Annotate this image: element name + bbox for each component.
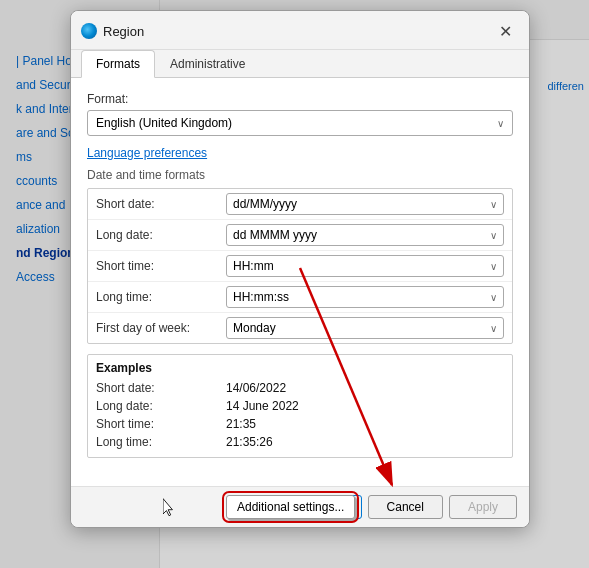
example-short-time: Short time: 21:35 bbox=[96, 415, 504, 433]
long-time-label: Long time: bbox=[96, 290, 226, 304]
short-time-select[interactable]: HH:mm ∨ bbox=[226, 255, 504, 277]
formats-table: Short date: dd/MM/yyyy ∨ Long date: dd M… bbox=[87, 188, 513, 344]
format-row-long-date: Long date: dd MMMM yyyy ∨ bbox=[88, 220, 512, 251]
short-date-select[interactable]: dd/MM/yyyy ∨ bbox=[226, 193, 504, 215]
long-date-value: dd MMMM yyyy bbox=[233, 228, 317, 242]
tab-formats[interactable]: Formats bbox=[81, 50, 155, 78]
apply-button[interactable]: Apply bbox=[449, 495, 517, 519]
example-long-time: Long time: 21:35:26 bbox=[96, 433, 504, 451]
long-time-chevron: ∨ bbox=[490, 292, 497, 303]
close-button[interactable]: ✕ bbox=[493, 19, 517, 43]
format-row-short-time: Short time: HH:mm ∨ bbox=[88, 251, 512, 282]
long-time-value: HH:mm:ss bbox=[233, 290, 289, 304]
short-time-value: HH:mm bbox=[233, 259, 274, 273]
example-short-time-label: Short time: bbox=[96, 417, 226, 431]
short-time-chevron: ∨ bbox=[490, 261, 497, 272]
long-time-select[interactable]: HH:mm:ss ∨ bbox=[226, 286, 504, 308]
tab-administrative[interactable]: Administrative bbox=[155, 50, 260, 78]
first-day-value: Monday bbox=[233, 321, 276, 335]
dialog-body: Format: English (United Kingdom) ∨ Langu… bbox=[71, 78, 529, 486]
long-date-label: Long date: bbox=[96, 228, 226, 242]
short-date-value: dd/MM/yyyy bbox=[233, 197, 297, 211]
first-day-select[interactable]: Monday ∨ bbox=[226, 317, 504, 339]
short-date-label: Short date: bbox=[96, 197, 226, 211]
format-select[interactable]: English (United Kingdom) ∨ bbox=[87, 110, 513, 136]
example-long-date: Long date: 14 June 2022 bbox=[96, 397, 504, 415]
format-select-chevron: ∨ bbox=[497, 118, 504, 129]
format-row-first-day: First day of week: Monday ∨ bbox=[88, 313, 512, 343]
examples-section: Examples Short date: 14/06/2022 Long dat… bbox=[87, 354, 513, 458]
example-long-time-value: 21:35:26 bbox=[226, 435, 273, 449]
long-date-select[interactable]: dd MMMM yyyy ∨ bbox=[226, 224, 504, 246]
format-section: Format: English (United Kingdom) ∨ bbox=[87, 92, 513, 136]
dialog-title-left: Region bbox=[81, 23, 144, 39]
long-date-chevron: ∨ bbox=[490, 230, 497, 241]
additional-settings-button[interactable]: Additional settings... bbox=[226, 495, 355, 519]
dt-section-title: Date and time formats bbox=[87, 168, 513, 184]
cancel-button[interactable]: Cancel bbox=[368, 495, 443, 519]
short-time-label: Short time: bbox=[96, 259, 226, 273]
region-dialog: Region ✕ Formats Administrative Format: … bbox=[70, 10, 530, 528]
dialog-tabs: Formats Administrative bbox=[71, 50, 529, 78]
format-label: Format: bbox=[87, 92, 513, 106]
dialog-title-text: Region bbox=[103, 24, 144, 39]
examples-title: Examples bbox=[96, 361, 504, 375]
first-day-label: First day of week: bbox=[96, 321, 226, 335]
format-row-short-date: Short date: dd/MM/yyyy ∨ bbox=[88, 189, 512, 220]
globe-icon bbox=[81, 23, 97, 39]
format-row-long-time: Long time: HH:mm:ss ∨ bbox=[88, 282, 512, 313]
format-select-value: English (United Kingdom) bbox=[96, 116, 232, 130]
first-day-chevron: ∨ bbox=[490, 323, 497, 334]
language-preferences-link[interactable]: Language preferences bbox=[87, 146, 513, 160]
example-long-date-value: 14 June 2022 bbox=[226, 399, 299, 413]
example-long-date-label: Long date: bbox=[96, 399, 226, 413]
example-short-date-value: 14/06/2022 bbox=[226, 381, 286, 395]
dialog-titlebar: Region ✕ bbox=[71, 11, 529, 50]
example-short-date-label: Short date: bbox=[96, 381, 226, 395]
example-short-time-value: 21:35 bbox=[226, 417, 256, 431]
short-date-chevron: ∨ bbox=[490, 199, 497, 210]
example-short-date: Short date: 14/06/2022 bbox=[96, 379, 504, 397]
example-long-time-label: Long time: bbox=[96, 435, 226, 449]
dialog-footer: Additional settings... OK Cancel Apply bbox=[71, 486, 529, 527]
